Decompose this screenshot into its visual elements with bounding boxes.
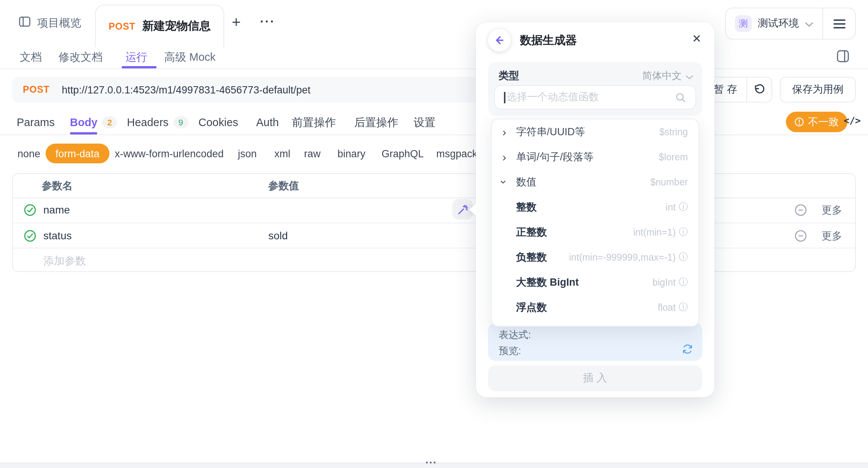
body-type-raw[interactable]: raw — [304, 141, 321, 166]
search-placeholder: 选择一个动态值函数 — [507, 90, 675, 104]
body-type-form-data[interactable]: form-data — [46, 144, 109, 163]
popup-title: 数据生成器 — [520, 33, 577, 48]
function-item-row[interactable]: 大整数 BigInt bigInt ⓘ — [492, 270, 699, 295]
body-type-row: none form-data x-www-form-urlencoded jso… — [0, 141, 868, 166]
type-label: 类型 — [499, 69, 519, 83]
environment-selector[interactable]: 测 测试环境 — [726, 8, 822, 39]
add-param-row[interactable]: 添加参数 — [13, 248, 855, 274]
row-enabled-checkbox[interactable] — [24, 229, 36, 245]
insert-button[interactable]: 插 入 — [488, 365, 702, 391]
tab-cookies[interactable]: Cookies — [198, 110, 238, 134]
split-panel-icon[interactable] — [836, 49, 850, 66]
info-icon[interactable]: ⓘ — [679, 201, 688, 213]
environment-badge: 测 — [735, 15, 752, 32]
info-icon[interactable]: ⓘ — [679, 326, 688, 327]
active-tab-underline — [122, 66, 157, 68]
project-overview-icon — [18, 15, 31, 30]
close-icon[interactable]: ✕ — [692, 32, 702, 46]
language-select[interactable]: 简体中文 — [642, 69, 693, 83]
warning-icon — [794, 117, 804, 127]
active-tab-title: 新建宠物信息 — [142, 19, 211, 33]
request-config-tabs: Params Body 2 Headers 9 Cookies Auth 前置操… — [0, 110, 868, 135]
function-code: float — [658, 302, 676, 313]
tab-edit-docs[interactable]: 修改文档 — [59, 46, 103, 68]
body-type-none[interactable]: none — [17, 141, 40, 166]
app-window: 项目概览 POST 新建宠物信息 + ··· 测 测试环境 文档 修改文档 运行 — [0, 0, 868, 468]
row-more-link[interactable]: 更多 — [822, 204, 842, 217]
code-view-icon[interactable]: </> — [844, 115, 861, 126]
function-code: bigInt — [653, 277, 676, 288]
params-table: 参数名 参数值 name 更多 status sold 更多 — [12, 173, 856, 272]
environment-group: 测 测试环境 — [725, 8, 856, 40]
function-group-row[interactable]: › 单词/句子/段落等 $lorem — [492, 144, 699, 169]
function-code: int(min=-999999,max=-1) — [569, 252, 676, 262]
remove-row-icon[interactable] — [794, 204, 807, 220]
function-item-row[interactable]: 浮点数 float ⓘ — [492, 295, 699, 320]
hamburger-menu-button[interactable] — [823, 8, 855, 39]
function-item-row[interactable]: 正整数 int(min=1) ⓘ — [492, 220, 699, 245]
undo-icon[interactable] — [747, 77, 771, 102]
tab-advanced-mock[interactable]: 高级 Mock — [164, 46, 215, 68]
chevron-right-icon: › — [502, 126, 516, 138]
tab-auth[interactable]: Auth — [256, 110, 279, 134]
function-code: $lorem — [659, 152, 688, 162]
function-group-row[interactable]: › 字符串/UUID等 $string — [492, 119, 699, 144]
popup-anchor-arrow — [469, 204, 477, 216]
table-row: status sold 更多 — [13, 223, 855, 248]
tab-run[interactable]: 运行 — [125, 46, 147, 68]
param-name-cell[interactable]: status — [43, 229, 72, 242]
function-item-row[interactable]: 二进制数 binary ⓘ — [492, 320, 699, 327]
tab-pre-operations[interactable]: 前置操作 — [292, 110, 336, 134]
body-type-urlencoded[interactable]: x-www-form-urlencoded — [115, 141, 224, 166]
function-dropdown-list: › 字符串/UUID等 $string › 单词/句子/段落等 $lorem ›… — [491, 119, 699, 327]
request-url[interactable]: http://127.0.0.1:4523/m1/4997831-4656773… — [62, 84, 310, 95]
drag-handle-dots[interactable]: ••• — [426, 459, 437, 466]
tab-post-operations[interactable]: 后置操作 — [354, 110, 398, 134]
tab-headers-label: Headers — [127, 116, 169, 128]
remove-row-icon[interactable] — [794, 229, 807, 245]
function-item-row[interactable]: 整数 int ⓘ — [492, 194, 699, 220]
body-type-xml[interactable]: xml — [274, 141, 290, 166]
tab-settings[interactable]: 设置 — [413, 110, 436, 134]
function-label: 负整数 — [516, 250, 547, 264]
function-label: 大整数 BigInt — [516, 275, 579, 289]
row-enabled-checkbox[interactable] — [24, 204, 36, 220]
type-section: 类型 简体中文 选择一个动态值函数 — [488, 62, 702, 115]
info-icon[interactable]: ⓘ — [679, 301, 688, 314]
info-icon[interactable]: ⓘ — [679, 226, 688, 239]
tab-docs[interactable]: 文档 — [20, 46, 42, 68]
doc-tabs-row: 文档 修改文档 运行 高级 Mock — [0, 46, 868, 69]
function-label: 浮点数 — [516, 300, 547, 314]
search-icon — [675, 92, 686, 103]
info-icon[interactable]: ⓘ — [679, 251, 688, 264]
function-item-row[interactable]: 负整数 int(min=-999999,max=-1) ⓘ — [492, 245, 699, 270]
tab-list-more-button[interactable]: ··· — [260, 13, 275, 31]
tab-body[interactable]: Body 2 — [70, 110, 117, 134]
refresh-preview-icon[interactable] — [682, 343, 693, 355]
row-more-link[interactable]: 更多 — [822, 229, 842, 243]
function-label: 单词/句子/段落等 — [516, 150, 594, 164]
method-badge: POST — [109, 21, 135, 32]
back-button[interactable] — [488, 29, 511, 52]
param-value-cell[interactable]: sold — [268, 229, 288, 242]
save-as-case-button[interactable]: 保存为用例 — [780, 77, 856, 103]
body-type-binary[interactable]: binary — [337, 141, 366, 166]
column-param-name: 参数名 — [42, 179, 73, 193]
tab-headers[interactable]: Headers 9 — [127, 110, 188, 134]
project-overview-tab[interactable]: 项目概览 — [18, 0, 81, 46]
generator-search-input[interactable]: 选择一个动态值函数 — [494, 85, 696, 109]
inconsistent-badge[interactable]: 不一致 — [786, 112, 847, 132]
body-type-graphql[interactable]: GraphQL — [382, 141, 424, 166]
new-tab-button[interactable]: + — [232, 13, 241, 31]
function-group-row-expanded[interactable]: › 数值 $number — [492, 169, 699, 194]
url-method-label: POST — [23, 84, 49, 95]
info-icon[interactable]: ⓘ — [679, 276, 688, 289]
active-request-tab[interactable]: POST 新建宠物信息 — [95, 5, 224, 47]
body-type-msgpack[interactable]: msgpack — [436, 141, 477, 166]
body-type-json[interactable]: json — [238, 141, 257, 166]
chevron-down-icon: › — [502, 176, 516, 188]
tab-params[interactable]: Params — [17, 110, 55, 134]
function-label: 整数 — [516, 200, 537, 214]
param-name-cell[interactable]: name — [43, 204, 70, 216]
expression-label: 表达式: — [499, 328, 531, 342]
